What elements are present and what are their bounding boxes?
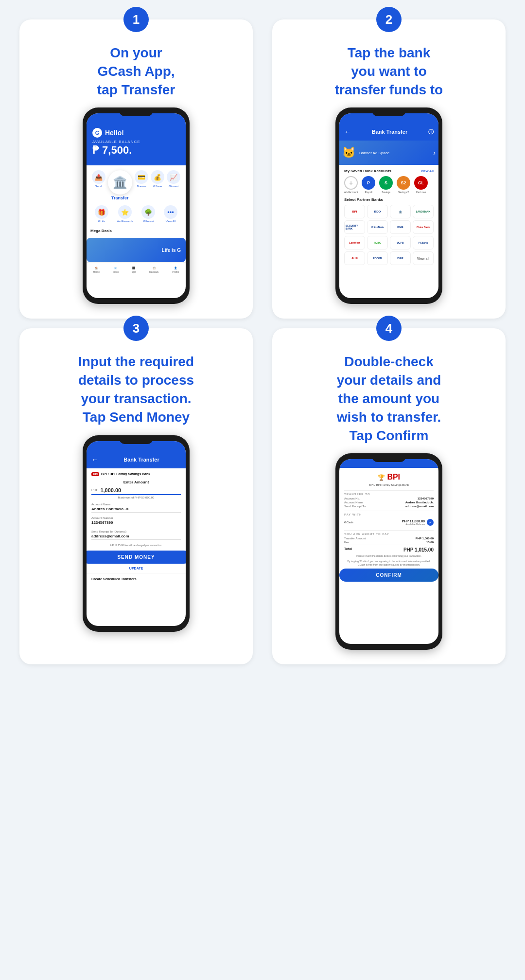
step-number-1: 1 <box>123 7 149 32</box>
pay-with-label: PAY WITH <box>344 513 434 516</box>
send-icon-item: 📤 Send <box>92 170 105 200</box>
nav-qr[interactable]: ⬛QR <box>132 267 136 273</box>
rewards-icon: ⭐ <box>118 205 132 219</box>
gcash-icons-row-2: 🎁 GLife ⭐ A+ Rewards 🌳 GForest ••• View … <box>87 202 186 226</box>
step-3-title: Input the required details to process yo… <box>78 353 194 426</box>
gcash-logo: G <box>92 128 102 138</box>
divider-3 <box>344 530 434 531</box>
bank-psbank[interactable]: PSBank <box>413 236 434 249</box>
viewall-icon: ••• <box>164 205 177 219</box>
pay-with-section: PAY WITH GCash PHP 11,000.00 Available B… <box>344 513 434 527</box>
check-icon: ✓ <box>427 519 434 526</box>
banner-ad: 🐱 Banner Ad Space › <box>339 141 438 165</box>
step-4-card: 4 Double-check your details and the amou… <box>272 328 506 664</box>
send-receipt-row: Send Receipt To address@email.com <box>344 505 434 508</box>
ginvest-icon: 📈 <box>167 170 180 184</box>
send-receipt-group: Send Receipt To (Optional) address@email… <box>91 530 181 540</box>
nav-home[interactable]: 🏠Home <box>93 267 100 273</box>
bank-pnb[interactable]: PNB <box>390 220 411 234</box>
step-number-4: 4 <box>376 316 402 341</box>
bank-bpi[interactable]: BPI <box>344 205 365 218</box>
gforest-icon: 🌳 <box>141 205 155 219</box>
step-1-title: On your GCash App, tap Transfer <box>97 44 175 99</box>
bank-transfer-header-3: ← Bank Transfer <box>87 441 186 468</box>
transfer-icon: 🏛️ <box>108 170 132 195</box>
gcash-icons-row-1: 📤 Send 🏛️ Transfer 💳 Borrow 💰 GSave 📈 <box>87 165 186 202</box>
bank-security[interactable]: SECURITY BANK <box>344 220 365 234</box>
bank-chinabank[interactable]: China Bank <box>413 220 434 234</box>
form-bank-name: BPI BPI / BPI Family Savings Bank <box>91 472 181 476</box>
bank-dbp[interactable]: DBP <box>390 251 411 265</box>
transfer-to-label: TRANSFER TO <box>344 493 434 496</box>
phone-notch-1 <box>119 107 153 116</box>
savings2-avatar: S2 <box>397 176 410 190</box>
divider-1 <box>344 490 434 491</box>
update-link[interactable]: UPDATE <box>87 564 186 573</box>
phone-notch-2 <box>372 107 406 116</box>
step-number-3: 3 <box>123 316 149 341</box>
carloan-account[interactable]: CL Car Loan <box>414 176 428 194</box>
back-arrow-icon[interactable]: ← <box>344 128 351 136</box>
bank-landbank[interactable]: LAND BANK <box>413 205 434 218</box>
phone-notch-3 <box>119 435 153 444</box>
account-name-row: Account Name Andres Bonifacio Jr. <box>344 501 434 504</box>
savings2-account[interactable]: S2 Savings 2 <box>397 176 410 194</box>
bank-ucpb[interactable]: UCPB <box>390 236 411 249</box>
step-2-card: 2 Tap the bank you want to transfer fund… <box>272 19 506 319</box>
nav-inbox[interactable]: 📧Inbox <box>113 267 119 273</box>
info-icon[interactable]: ⓘ <box>428 128 434 136</box>
pay-with-row: GCash PHP 11,000.00 Available Balance ✓ <box>344 517 434 527</box>
fee-note: A PHP 15.00 fee will be charged per tran… <box>91 544 181 547</box>
scheduled-transfers[interactable]: Create Scheduled Transfers <box>87 573 186 585</box>
saved-accounts-row: + Add Account P Payroll S Savings S2 Sav… <box>344 176 434 194</box>
transfer-amount-row: Transfer Amount PHP 1,000.00 <box>344 537 434 540</box>
savings-avatar: S <box>379 176 393 190</box>
transfer-icon-item[interactable]: 🏛️ Transfer <box>108 170 132 200</box>
account-number-group: Account Number 1234567890 <box>91 517 181 526</box>
payroll-avatar: P <box>362 176 375 190</box>
phone-screen-1: G Hello! AVAILABLE BALANCE ₱ 7,500. 📤 Se… <box>87 113 186 298</box>
send-money-button[interactable]: SEND MONEY <box>87 551 186 564</box>
step-3-card: 3 Input the required details to process … <box>19 328 253 664</box>
bank-eastwest[interactable]: EastWest <box>344 236 365 249</box>
view-all-link[interactable]: View All <box>421 169 434 173</box>
bank-aub[interactable]: AUB <box>344 251 365 265</box>
bank-viewall[interactable]: View all <box>413 251 434 265</box>
bank-transfer-header: ← Bank Transfer ⓘ <box>339 113 438 141</box>
bank-metro[interactable]: 🏦 <box>390 205 411 218</box>
confirm-button[interactable]: CONFIRM <box>339 569 438 582</box>
bpi-logo-large: 🏆 BPI <box>344 473 434 481</box>
nav-profile[interactable]: 👤Profile <box>172 267 179 273</box>
savings-account[interactable]: S Savings <box>379 176 393 194</box>
divider-2 <box>344 511 434 511</box>
viewall-icon-item: ••• View All <box>164 205 177 223</box>
nav-transactions[interactable]: 📋Transact. <box>149 267 159 273</box>
bank-rcbc[interactable]: RCBC <box>367 236 388 249</box>
glife-icon: 🎁 <box>95 205 108 219</box>
account-number-value: 1234567890 <box>91 520 181 526</box>
partner-banks-section: Select Partner Banks BPI BDO 🏦 LAND BANK… <box>339 196 438 267</box>
back-arrow-icon-3[interactable]: ← <box>91 456 98 463</box>
fee-row: Fee 15.00 <box>344 541 434 544</box>
bank-pbcom[interactable]: PBCOM <box>367 251 388 265</box>
phone-screen-2: ← Bank Transfer ⓘ 🐱 Banner Ad Space › My… <box>339 113 438 298</box>
banner-arrow[interactable]: › <box>433 149 436 157</box>
gsave-icon: 💰 <box>151 170 164 184</box>
borrow-icon: 💳 <box>135 170 148 184</box>
banner-text: Banner Ad Space <box>359 151 389 155</box>
ginvest-icon-item: 📈 Ginvest <box>167 170 180 200</box>
payroll-account[interactable]: P Payroll <box>362 176 375 194</box>
bank-unionbank[interactable]: UnionBank <box>367 220 388 234</box>
bank-bdo[interactable]: BDO <box>367 205 388 218</box>
step-1-phone: G Hello! AVAILABLE BALANCE ₱ 7,500. 📤 Se… <box>83 107 190 304</box>
review-note-1: Please review the details before confirm… <box>344 554 434 558</box>
step-3-phone: ← Bank Transfer BPI BPI / BPI Family Sav… <box>83 435 190 632</box>
saved-banks-header: My Saved Bank Accounts View All <box>344 169 434 173</box>
add-account-icon: + <box>344 176 358 190</box>
add-account-item[interactable]: + Add Account <box>344 176 358 194</box>
step-number-2: 2 <box>376 7 402 32</box>
savings-label: Savings <box>382 191 390 194</box>
transfer-to-section: TRANSFER TO Account No. 1234567890 Accou… <box>344 493 434 508</box>
bank-grid: BPI BDO 🏦 LAND BANK SECURITY BANK UnionB… <box>344 205 434 265</box>
gcash-hello: G Hello! <box>92 128 180 138</box>
